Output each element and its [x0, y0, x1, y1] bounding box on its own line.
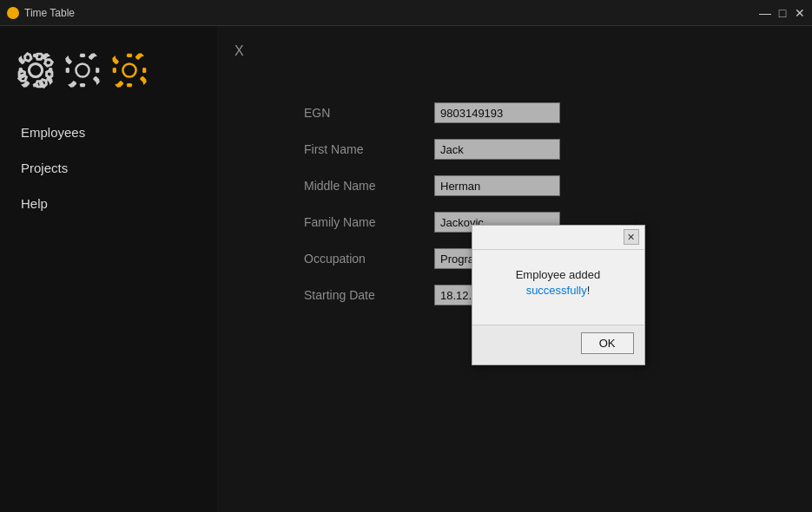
minimize-button[interactable]: —: [760, 8, 770, 18]
dialog-close-button[interactable]: ✕: [624, 229, 639, 245]
dialog-title-bar: ✕: [472, 226, 644, 250]
svg-point-1: [76, 63, 89, 76]
sidebar-item-projects[interactable]: Projects: [0, 150, 217, 186]
sidebar-item-help[interactable]: Help: [0, 186, 217, 221]
sidebar: Employees Projects Help: [0, 26, 217, 512]
app-icon: [7, 7, 19, 19]
ok-button[interactable]: OK: [581, 332, 634, 354]
dialog-message-part2: !: [587, 284, 591, 297]
dialog-body: Employee added successfully!: [472, 250, 644, 325]
title-bar: Time Table — □ ✕: [0, 0, 812, 26]
svg-point-2: [122, 63, 135, 76]
window-controls: — □ ✕: [760, 8, 805, 18]
sidebar-nav: Employees Projects Help: [0, 115, 217, 221]
main-layout: Employees Projects Help X EGN First Name…: [0, 26, 812, 512]
success-dialog: ✕ Employee added successfully! OK: [472, 225, 645, 365]
dialog-footer: OK: [472, 325, 644, 364]
app-title: Time Table: [24, 7, 760, 19]
dialog-message-part1: Employee added: [516, 268, 601, 281]
gear-icon-2: [64, 52, 101, 89]
dialog-message: Employee added successfully!: [486, 267, 630, 299]
dialog-message-highlight: successfully: [526, 284, 587, 297]
gear-icon-3: [111, 52, 148, 89]
svg-point-0: [29, 63, 42, 76]
sidebar-item-employees[interactable]: Employees: [0, 115, 217, 150]
sidebar-icons: [0, 43, 217, 115]
maximize-button[interactable]: □: [777, 8, 788, 18]
close-button[interactable]: ✕: [795, 8, 805, 18]
dialog-overlay: ✕ Employee added successfully! OK: [217, 26, 812, 512]
gear-icon-1: [17, 52, 54, 89]
content-area: X EGN First Name Middle Name Family Name: [217, 26, 812, 512]
